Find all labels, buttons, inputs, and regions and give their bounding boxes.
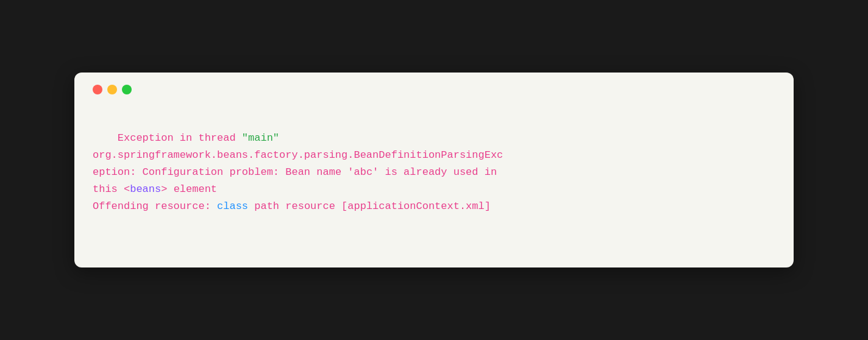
line3-bean: Bean (285, 166, 310, 178)
line5-suffix: path resource [applicationContext.xml] (248, 200, 491, 212)
minimize-button[interactable] (107, 85, 117, 94)
line5-prefix: Offending resource: (93, 200, 217, 212)
maximize-button[interactable] (122, 85, 132, 94)
line3-prefix: eption: Configuration problem: (93, 166, 285, 178)
line4-prefix: this < (93, 183, 130, 195)
title-bar (93, 85, 775, 94)
line1-exception: Exception in thread (118, 132, 242, 144)
line3-suffix: name 'abc' is already used in (310, 166, 497, 178)
line4-suffix: > element (161, 183, 217, 195)
line4-beans: beans (130, 183, 161, 195)
code-output: Exception in thread "main" org.springfra… (93, 113, 775, 232)
close-button[interactable] (93, 85, 102, 94)
line5-class: class (217, 200, 248, 212)
terminal-window: Exception in thread "main" org.springfra… (74, 73, 794, 267)
line2-exception-class: org.springframework.beans.factory.parsin… (93, 149, 503, 161)
line1-main-string: "main" (242, 132, 279, 144)
